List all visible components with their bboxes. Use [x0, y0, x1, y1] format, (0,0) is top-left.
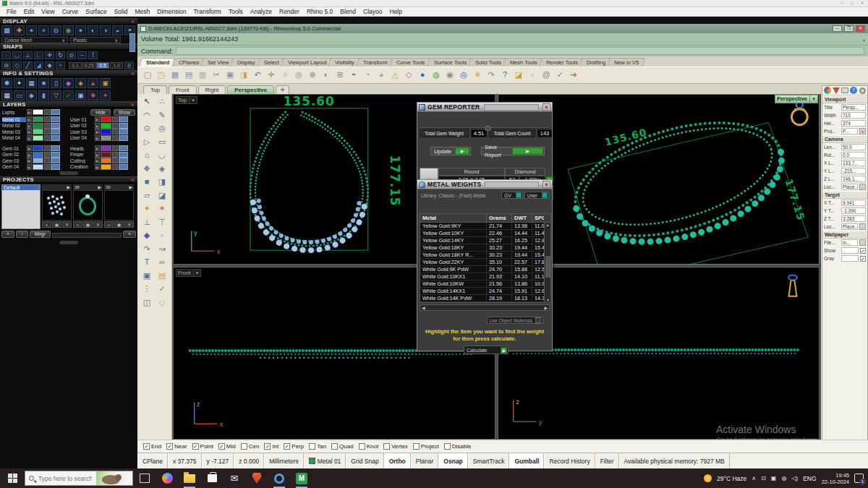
property-value[interactable]: 0.0 [841, 152, 866, 158]
save-report-button[interactable]: Save Report▶ [481, 147, 545, 155]
projects-panel-header[interactable]: PROJECTS✕ [0, 176, 137, 183]
menu-item[interactable]: Curve [59, 8, 82, 15]
notification-center-icon[interactable]: 1 [854, 474, 864, 483]
vertical-scrollbar[interactable]: ▲▼ [544, 223, 550, 302]
display-mode-icon[interactable]: ✚ [14, 25, 25, 35]
metal-row[interactable]: White Gold:14KX1 24.74 15.91 12.61 [420, 288, 550, 295]
status-cell[interactable]: z 0.000 [234, 453, 264, 468]
layer-current-button[interactable] [51, 116, 60, 122]
layer-menu-icon[interactable]: ▶ [95, 158, 100, 163]
layers-panel-header[interactable]: LAYERS✕ [0, 101, 137, 108]
thumb-add-button[interactable]: + [73, 221, 82, 228]
layer-color-swatch[interactable] [33, 152, 43, 158]
thumb-menu-icon[interactable]: ▶ [129, 184, 132, 190]
menu-item[interactable]: Dimension [153, 8, 190, 15]
menu-item[interactable]: Analyze [247, 8, 276, 15]
status-cell[interactable]: Osnap [438, 453, 467, 468]
gv-button[interactable]: GV [501, 192, 523, 199]
info-settings-panel-header[interactable]: INFO & SETTINGS✕ [0, 70, 137, 77]
thumb-delete-button[interactable]: ✕ [62, 221, 72, 228]
checkbox[interactable] [264, 443, 271, 450]
property-value[interactable] [841, 247, 859, 254]
start-button[interactable] [0, 468, 25, 488]
close-icon[interactable]: ✕ [859, 1, 866, 6]
layer-menu-icon[interactable]: ▶ [95, 152, 100, 158]
layer-menu-icon[interactable]: ▶ [27, 109, 32, 115]
toolbar-icon[interactable]: ▣ [224, 69, 236, 81]
toolbar-tab[interactable]: Mesh Tools [503, 58, 545, 67]
tool-icon[interactable]: ◨ [155, 176, 169, 189]
tray-app-icon[interactable]: ⊡ [761, 475, 766, 481]
tool-icon[interactable]: ❖ [140, 163, 154, 176]
snap-icon[interactable]: ◆ [45, 61, 54, 69]
layer-row[interactable]: Heads ▶ [70, 145, 135, 152]
display-mode-icon[interactable]: ◑ [100, 25, 111, 35]
checkbox[interactable] [309, 443, 315, 450]
toolbar-icon[interactable]: ⊕ [307, 69, 318, 81]
layer-current-button[interactable] [51, 152, 60, 158]
display-side-button[interactable] [129, 33, 135, 52]
tool-icon[interactable]: ✦ [140, 202, 154, 215]
osnap-option[interactable]: Disable [444, 443, 472, 450]
settings-icon[interactable]: ◈ [75, 78, 86, 88]
snap-icon[interactable]: ⌖ [56, 61, 65, 69]
settings-icon[interactable]: ◆ [63, 78, 74, 88]
layers-collapse-handle[interactable] [59, 171, 78, 175]
toolbar-icon[interactable]: ⊞ [334, 69, 346, 81]
chevron-down-icon[interactable]: ▼ [189, 97, 195, 104]
layer-current-button[interactable] [119, 158, 128, 163]
close-icon[interactable]: ✕ [856, 25, 865, 32]
weather-temp[interactable]: 29°C Haze [717, 475, 746, 482]
toolbar-icon[interactable]: ◔ [362, 69, 373, 81]
mail-icon[interactable]: ✉ [228, 472, 241, 485]
tool-icon[interactable]: ⋮ [140, 283, 154, 296]
layer-color-swatch[interactable] [101, 135, 111, 141]
tool-icon[interactable]: ◫ [140, 296, 154, 309]
toolbar-icon[interactable]: ✓ [554, 69, 566, 81]
layer-menu-icon[interactable]: ▶ [95, 129, 100, 134]
layer-color-swatch[interactable] [33, 158, 43, 163]
metal-row[interactable]: White Gold:9K PdW 24.70 15.88 12.59 [420, 266, 550, 273]
status-cell[interactable]: Ortho [384, 453, 411, 468]
layer-lock-icon[interactable] [44, 158, 50, 163]
checkbox[interactable] [359, 443, 365, 450]
toolbar-tab[interactable]: Surface Tools [427, 58, 473, 67]
task-view-icon[interactable] [140, 474, 150, 483]
snap-icon[interactable]: ⊺ [88, 51, 98, 59]
layer-current-button[interactable] [119, 145, 128, 151]
metal-row[interactable]: Yellow Gold:14KY 25.27 16.25 12.88 [420, 237, 550, 244]
menu-item[interactable]: File [3, 8, 20, 15]
snap-icon[interactable]: ╱ [23, 61, 33, 69]
user-button[interactable]: User [524, 192, 549, 199]
layer-current-button[interactable] [51, 158, 60, 163]
settings-icon[interactable]: ■ [38, 78, 49, 88]
menu-item[interactable]: Blend [336, 8, 359, 15]
project-button[interactable]: ↑ [16, 231, 28, 238]
menu-item[interactable]: Render [276, 8, 303, 15]
status-cell[interactable]: Planar [411, 453, 439, 468]
property-value[interactable]: 3.283 [841, 215, 866, 222]
layer-row[interactable]: User 01 ▶ [70, 116, 135, 123]
tool-icon[interactable]: ↝ [155, 243, 169, 256]
metal-row[interactable]: Yellow Gold:18KY R... 30.23 19.44 15.43 [420, 252, 550, 259]
settings-icon[interactable]: ▦ [1, 90, 12, 100]
grid-settings-icon[interactable]: ⁝⁝ [124, 61, 134, 69]
osnap-option[interactable]: Perp [284, 443, 304, 450]
property-value[interactable]: 146.1... [841, 176, 866, 182]
history-thumbnail[interactable]: ▶ +▣✕ [42, 184, 72, 229]
settings-icon[interactable]: ▮ [38, 90, 49, 100]
property-value[interactable]: Place... [841, 184, 858, 190]
toolbar-icon[interactable]: △ [389, 69, 401, 81]
layer-color-swatch[interactable] [101, 158, 111, 163]
status-cell[interactable]: x 37.375 [168, 453, 202, 468]
menu-item[interactable]: Transform [190, 8, 224, 15]
status-cell[interactable]: Grid Snap [346, 453, 383, 468]
increment-button[interactable]: 0.5 [96, 62, 109, 69]
layer-color-swatch[interactable] [33, 164, 43, 170]
checkbox[interactable] [192, 443, 199, 450]
more-button[interactable]: … [859, 184, 866, 190]
tool-icon[interactable]: ↖ [140, 95, 154, 108]
toolbar-icon[interactable]: ▤ [183, 69, 195, 81]
layer-menu-icon[interactable]: ▶ [95, 116, 100, 122]
metal-row[interactable]: Yellow Gold:9KY 21.74 13.98 11.08 [420, 223, 550, 230]
